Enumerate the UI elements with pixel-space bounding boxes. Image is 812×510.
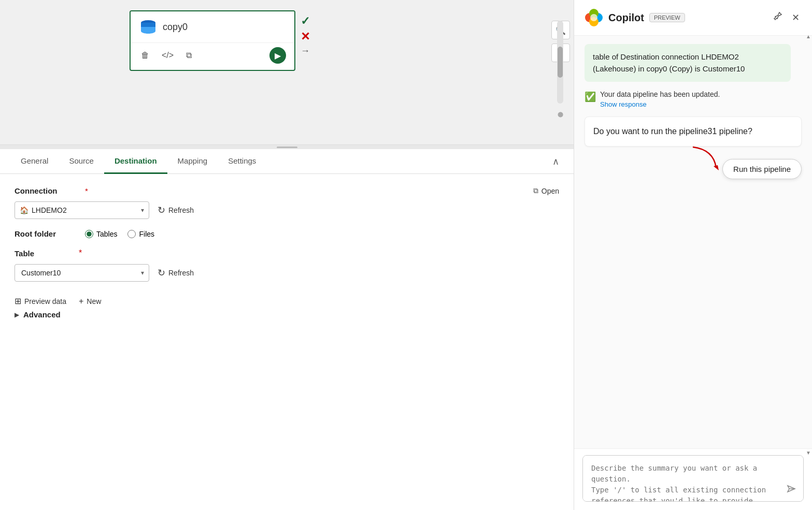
- copilot-panel: Copilot PREVIEW ✕ ▲ table of Destination…: [574, 0, 812, 510]
- show-response-link[interactable]: Show response: [600, 100, 802, 108]
- refresh-table-button[interactable]: ↻ Refresh: [158, 267, 194, 279]
- tab-general[interactable]: General: [10, 149, 59, 174]
- tab-mapping[interactable]: Mapping: [167, 149, 218, 174]
- system-message-text: Your data pipeline has been updated.: [600, 90, 720, 98]
- open-external-icon: ⧉: [533, 186, 538, 195]
- table-select[interactable]: Customer10: [15, 264, 149, 282]
- bottom-actions: ⊞ Preview data + New: [15, 292, 559, 310]
- pipeline-node[interactable]: copy0 🗑 </> ⧉ ▶: [130, 10, 295, 71]
- open-label: Open: [542, 187, 559, 195]
- assistant-message-bubble: table of Destination connection LHDEMO2 …: [585, 44, 791, 82]
- question-bubble: Do you want to run the pipeline31 pipeli…: [585, 116, 802, 147]
- connection-required: *: [85, 186, 88, 195]
- table-label: Table: [15, 249, 77, 258]
- copilot-logo-icon: [585, 8, 603, 27]
- tab-bar: General Source Destination Mapping Setti…: [0, 149, 574, 174]
- refresh-table-label: Refresh: [168, 269, 194, 277]
- refresh-connection-label: Refresh: [168, 206, 194, 214]
- table-required: *: [79, 249, 82, 258]
- close-copilot-button[interactable]: ✕: [790, 9, 802, 26]
- code-button[interactable]: </>: [160, 49, 176, 62]
- chat-input-wrapper: [582, 455, 804, 504]
- svg-point-5: [590, 14, 597, 21]
- connection-label: Connection: [15, 186, 77, 195]
- canvas-area: copy0 🗑 </> ⧉ ▶ ✓ ✕ → 🔍 + ⬤: [0, 0, 574, 145]
- pipeline-node-actions: 🗑 </> ⧉ ▶: [131, 42, 294, 70]
- tab-settings[interactable]: Settings: [218, 149, 266, 174]
- copilot-header-actions: ✕: [770, 9, 802, 26]
- connection-row: Connection * ⧉ Open 🏠: [15, 186, 559, 219]
- copilot-header: Copilot PREVIEW ✕: [574, 0, 812, 36]
- status-check-icon: ✓: [301, 14, 310, 28]
- collapse-panel-button[interactable]: ∧: [548, 152, 563, 171]
- copilot-title: Copilot: [608, 12, 644, 24]
- system-message: ✅ Your data pipeline has been updated. S…: [585, 90, 802, 108]
- files-radio-label[interactable]: Files: [127, 230, 154, 238]
- new-label: New: [87, 297, 101, 305]
- form-panel: General Source Destination Mapping Setti…: [0, 149, 574, 510]
- form-area: Connection * ⧉ Open 🏠: [0, 174, 574, 331]
- system-check-icon: ✅: [585, 91, 596, 103]
- refresh-table-icon: ↻: [158, 267, 165, 279]
- pin-icon: [772, 11, 782, 22]
- delete-button[interactable]: 🗑: [139, 49, 151, 62]
- svg-marker-6: [714, 165, 719, 170]
- open-button[interactable]: Open: [542, 187, 559, 195]
- root-folder-row: Root folder Tables Files: [15, 229, 559, 238]
- new-button[interactable]: + New: [79, 297, 101, 306]
- connection-select-wrapper: 🏠 LHDEMO2 ▾: [15, 201, 149, 219]
- preview-data-label: Preview data: [24, 297, 66, 305]
- files-radio[interactable]: [127, 230, 136, 238]
- divider-line: [277, 147, 297, 148]
- table-row: Table * Customer10 ▾ ↻ Refresh: [15, 249, 559, 282]
- send-icon: [786, 484, 796, 494]
- root-folder-radio-group: Tables Files: [85, 230, 154, 238]
- tab-source[interactable]: Source: [59, 149, 104, 174]
- database-icon: [139, 18, 158, 36]
- pipeline-node-title: copy0: [163, 22, 188, 33]
- system-message-content: Your data pipeline has been updated. Sho…: [600, 90, 802, 108]
- left-panel: copy0 🗑 </> ⧉ ▶ ✓ ✕ → 🔍 + ⬤: [0, 0, 574, 510]
- chat-input[interactable]: [582, 455, 804, 502]
- scrollbar-arrow-up[interactable]: ▲: [805, 34, 812, 39]
- assistant-message-text: table of Destination connection LHDEMO2 …: [593, 52, 745, 73]
- advanced-chevron-icon: ▶: [15, 311, 19, 318]
- preview-data-button[interactable]: ⊞ Preview data: [15, 296, 66, 306]
- root-folder-label: Root folder: [15, 229, 77, 238]
- send-button[interactable]: [786, 484, 796, 497]
- canvas-scroll-track: [557, 21, 563, 104]
- connection-select[interactable]: LHDEMO2: [15, 201, 149, 219]
- advanced-section[interactable]: ▶ Advanced: [15, 310, 559, 319]
- chat-input-area: [574, 448, 812, 510]
- node-status-icons: ✓ ✕ →: [301, 14, 310, 56]
- scroll-bottom-handle: ⬤: [557, 111, 563, 117]
- pin-button[interactable]: [770, 9, 785, 26]
- tables-option-label: Tables: [96, 230, 117, 238]
- scrollbar-arrow-down[interactable]: ▼: [805, 450, 812, 456]
- refresh-connection-icon: ↻: [158, 205, 165, 216]
- tables-radio-label[interactable]: Tables: [85, 230, 117, 238]
- panel-divider[interactable]: [0, 145, 574, 149]
- copilot-preview-badge: PREVIEW: [649, 13, 685, 22]
- connection-select-icon: 🏠: [20, 206, 29, 214]
- pipeline-node-header: copy0: [131, 11, 294, 42]
- refresh-connection-button[interactable]: ↻ Refresh: [158, 205, 194, 216]
- advanced-label: Advanced: [23, 310, 61, 319]
- run-pipeline-button[interactable]: Run this pipeline: [722, 159, 802, 179]
- run-pipeline-label: Run this pipeline: [733, 165, 791, 173]
- table-select-wrapper: Customer10 ▾: [15, 264, 149, 282]
- run-button[interactable]: ▶: [269, 47, 286, 64]
- new-icon: +: [79, 297, 83, 306]
- canvas-scroll-thumb[interactable]: [558, 47, 563, 78]
- copilot-content: table of Destination connection LHDEMO2 …: [574, 36, 812, 448]
- status-x-icon: ✕: [301, 30, 310, 43]
- preview-data-icon: ⊞: [15, 296, 21, 306]
- run-pipeline-area: Run this pipeline: [585, 155, 802, 183]
- files-option-label: Files: [139, 230, 154, 238]
- copy-button[interactable]: ⧉: [184, 49, 194, 62]
- question-text: Do you want to run the pipeline31 pipeli…: [593, 127, 752, 136]
- tables-radio[interactable]: [85, 230, 93, 238]
- tab-destination[interactable]: Destination: [104, 149, 167, 174]
- red-arrow-icon: [688, 144, 729, 176]
- status-forward-icon: →: [301, 46, 310, 56]
